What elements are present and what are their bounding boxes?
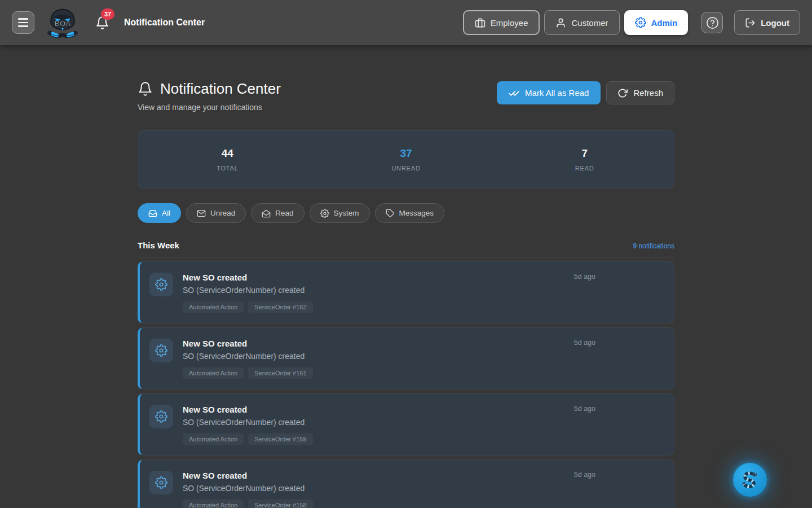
tag-icon [386,209,395,218]
navbar-title: Notification Center [124,17,205,28]
gear-icon [155,278,167,291]
notification-message: SO (ServiceOrderNumber) created [183,484,313,493]
notification-card[interactable]: New SO created SO (ServiceOrderNumber) c… [138,393,674,456]
briefcase-icon [475,17,486,28]
unread-badge: 37 [101,8,114,20]
notification-title: New SO created [183,471,313,480]
notifications-count: 9 notifications [633,242,674,250]
navbar-bell-button[interactable]: 37 [95,15,109,30]
section-header: This Week 9 notifications [138,240,674,257]
snake-mascot-icon: BOA [47,6,78,39]
notification-icon-box [149,405,173,428]
filter-bar: All Unread Read System Messages [138,203,674,223]
notification-card[interactable]: New SO created SO (ServiceOrderNumber) c… [138,459,674,508]
mail-open-icon [262,209,271,218]
section-title: This Week [138,240,179,250]
mark-all-read-button[interactable]: Mark All as Read [497,81,601,104]
notification-tag: ServiceOrder #158 [248,500,312,508]
logout-icon [745,17,756,28]
notification-title: New SO created [183,273,313,282]
customer-button[interactable]: Customer [544,10,619,35]
filter-system[interactable]: System [310,203,370,223]
stat-read: 7 READ [495,147,674,172]
notification-tag: ServiceOrder #159 [248,433,312,445]
navbar: BOA 37 Notification Center Employee Cust… [0,0,812,45]
notification-tag: Automated Action [183,301,244,313]
stat-total: 44 TOTAL [138,147,317,172]
gear-icon [155,344,167,357]
employee-button[interactable]: Employee [463,10,540,35]
refresh-icon [617,88,628,98]
gear-icon [155,410,167,423]
gear-icon [635,17,646,28]
notification-icon-box [149,273,173,296]
notification-timestamp: 5d ago [574,471,595,479]
filter-read[interactable]: Read [251,203,304,223]
filter-unread[interactable]: Unread [186,203,246,223]
refresh-button[interactable]: Refresh [606,81,674,104]
notification-timestamp: 5d ago [574,273,595,281]
notification-timestamp: 5d ago [574,339,595,347]
page-title: Notification Center [160,80,281,98]
mail-icon [197,209,206,218]
snake-logo-icon [738,467,762,492]
notification-icon-box [149,471,173,494]
person-icon [555,17,566,28]
hamburger-menu-button[interactable] [12,11,34,34]
notification-title: New SO created [183,339,313,348]
gear-icon [155,476,167,489]
notification-message: SO (ServiceOrderNumber) created [183,352,313,361]
stat-unread: 37 UNREAD [317,147,496,172]
svg-text:BOA: BOA [54,19,71,28]
notification-tag: Automated Action [183,367,244,379]
notification-tag: ServiceOrder #161 [248,367,312,379]
notification-tag: ServiceOrder #162 [248,301,312,313]
navbar-actions: Employee Customer Admin Logout [463,10,800,35]
admin-button[interactable]: Admin [624,10,689,35]
bell-icon [138,81,153,97]
filter-all[interactable]: All [138,203,181,223]
assistant-fab-button[interactable] [733,463,767,497]
notification-card[interactable]: New SO created SO (ServiceOrderNumber) c… [138,327,674,389]
notification-message: SO (ServiceOrderNumber) created [183,286,313,295]
notification-timestamp: 5d ago [574,405,595,413]
logout-button[interactable]: Logout [734,10,800,35]
page-header: Notification Center View and manage your… [138,80,674,112]
gear-icon [320,209,329,218]
help-button[interactable] [701,12,723,33]
notification-icon-box [149,339,173,362]
inbox-icon [148,209,157,218]
double-check-icon [509,87,519,98]
stats-card: 44 TOTAL 37 UNREAD 7 READ [138,130,674,189]
notification-list: New SO created SO (ServiceOrderNumber) c… [138,261,674,508]
notification-card[interactable]: New SO created SO (ServiceOrderNumber) c… [138,261,674,323]
question-circle-icon [706,16,719,29]
notification-title: New SO created [183,405,313,414]
filter-messages[interactable]: Messages [375,203,445,223]
main-content: Notification Center View and manage your… [138,45,674,508]
notification-message: SO (ServiceOrderNumber) created [183,418,313,427]
notification-tag: Automated Action [183,500,244,508]
page-subtitle: View and manage your notifications [138,103,281,112]
notification-tag: Automated Action [183,433,244,445]
app-logo: BOA [47,6,78,39]
